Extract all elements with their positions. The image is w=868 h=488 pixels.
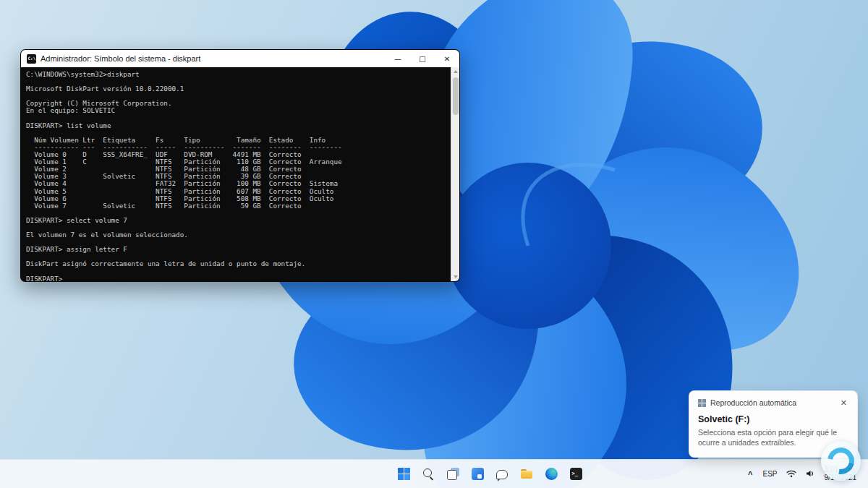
terminal-line: DISKPART>_ [26, 275, 451, 281]
terminal-line [26, 268, 451, 275]
terminal-line: El volumen 7 es el volumen seleccionado. [26, 231, 451, 239]
scroll-down-icon[interactable] [454, 275, 458, 278]
wifi-icon [786, 469, 796, 479]
terminal-button[interactable] [564, 462, 587, 487]
solvetic-logo-watermark [821, 441, 861, 481]
terminal-scrollbar[interactable] [451, 67, 459, 281]
search-button[interactable] [417, 462, 440, 487]
widgets-icon [472, 468, 484, 480]
terminal-line: En el equipo: SOLVETIC [26, 107, 451, 114]
cmd-titlebar[interactable]: Administrador: Símbolo del sistema - dis… [21, 50, 459, 67]
window-controls: — □ ✕ [386, 50, 459, 67]
terminal-line: DiskPart asignó correctamente una letra … [26, 260, 451, 267]
terminal-line: Volume 4 FAT32 Partición 100 MB Correcto… [26, 180, 451, 187]
toast-message: Selecciona esta opción para elegir qué l… [698, 427, 847, 448]
toast-close-button[interactable]: ✕ [838, 397, 850, 409]
taskbar-icons [392, 460, 587, 488]
terminal-line: DISKPART> list volume [26, 122, 451, 129]
widgets-button[interactable] [466, 462, 489, 487]
language-button[interactable]: ESP [759, 463, 780, 485]
scrollbar-thumb[interactable] [453, 77, 459, 115]
cmd-window-title: Administrador: Símbolo del sistema - dis… [41, 54, 386, 63]
start-icon [398, 468, 410, 480]
start-button[interactable] [392, 462, 415, 487]
file-explorer-icon [521, 468, 533, 480]
cmd-window: Administrador: Símbolo del sistema - dis… [20, 49, 460, 282]
edge-icon [545, 468, 558, 480]
cmd-app-icon [27, 54, 36, 64]
toast-title: Solvetic (F:) [698, 414, 847, 424]
terminal-line: DISKPART> assign letter F [26, 246, 451, 253]
task-view-button[interactable] [441, 462, 464, 487]
terminal-line: Volume 7 Solvetic NTFS Partición 59 GB C… [26, 202, 451, 210]
speaker-icon [805, 469, 815, 479]
task-view-icon [447, 468, 459, 480]
minimize-button[interactable]: — [386, 50, 410, 67]
network-button[interactable] [783, 463, 800, 485]
search-icon [422, 468, 435, 480]
chat-button[interactable] [490, 462, 514, 487]
file-explorer-button[interactable] [515, 462, 538, 487]
terminal-line: DISKPART> select volume 7 [26, 217, 451, 224]
chat-icon [496, 470, 508, 479]
terminal-output[interactable]: C:\WINDOWS\system32>diskpartMicrosoft Di… [21, 67, 451, 281]
close-button[interactable]: ✕ [435, 50, 459, 67]
taskbar: ^ ESP 3:01 p. m. 9/10/2021 [0, 459, 868, 488]
terminal-line: Microsoft DiskPart versión 10.0.22000.1 [26, 85, 451, 93]
terminal-line: C:\WINDOWS\system32>diskpart [26, 71, 451, 78]
hidden-icons-button[interactable]: ^ [743, 463, 757, 485]
terminal-cursor: _ [66, 275, 70, 281]
toast-app-name: Reproducción automática [710, 398, 833, 407]
autoplay-icon [698, 399, 706, 407]
terminal-icon [570, 468, 582, 480]
toast-header: Reproducción automática ✕ [689, 391, 857, 411]
volume-button[interactable] [801, 463, 819, 485]
scroll-up-icon[interactable] [454, 70, 458, 73]
maximize-button[interactable]: □ [410, 50, 435, 67]
edge-button[interactable] [540, 462, 563, 487]
